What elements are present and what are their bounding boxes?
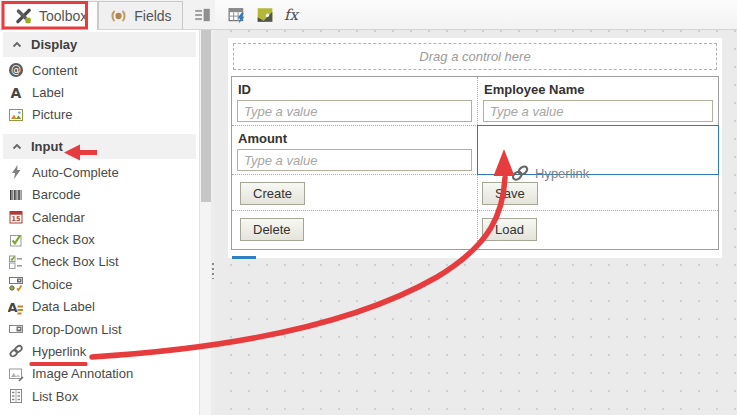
toolbox-item-drop-down-list[interactable]: Drop-Down List xyxy=(0,318,199,340)
hyperlink-ghost-label: Hyperlink xyxy=(535,166,589,181)
data-table-icon[interactable] xyxy=(228,6,246,24)
barcode-icon xyxy=(8,187,24,203)
check-box-list-icon xyxy=(8,254,24,270)
section-label: Input xyxy=(31,139,63,154)
cell-load: Load xyxy=(478,211,718,249)
label-icon: A xyxy=(8,85,24,101)
section-items-display: @ContentALabelPicture xyxy=(0,57,199,132)
top-bar: Toolbox Fields fx xyxy=(0,0,737,30)
toolbox-item-label: Auto-Complete xyxy=(32,165,119,180)
amount-field-label: Amount xyxy=(238,131,477,146)
toolbox-item-choice[interactable]: Choice xyxy=(0,273,199,295)
designer-toolbar: fx xyxy=(215,0,737,30)
toolbox-item-label: Content xyxy=(32,63,78,78)
form-row: Delete Load xyxy=(232,211,718,249)
svg-text:@: @ xyxy=(11,64,21,75)
drop-down-list-icon xyxy=(8,321,24,337)
id-field-label: ID xyxy=(238,82,477,97)
form-designer-app: { "tabs": [ { "id": "toolbox", "label": … xyxy=(0,0,737,415)
hyperlink-icon xyxy=(510,163,530,183)
hyperlink-drag-ghost: Hyperlink xyxy=(510,163,589,183)
hyperlink-icon xyxy=(8,343,24,359)
toolbox-item-label: List Box xyxy=(32,389,78,404)
section-header-display[interactable]: Display xyxy=(3,32,196,57)
form-surface: Drag a control here ID Employee Name Amo… xyxy=(228,38,722,258)
toolbox-item-label: Check Box List xyxy=(32,254,119,269)
toolbox-item-check-box-list[interactable]: Check Box List xyxy=(0,251,199,273)
calendar-icon: 15 xyxy=(8,209,24,225)
form-row: Amount Hyperlink xyxy=(232,126,718,175)
cell-id: ID xyxy=(232,77,478,125)
id-input[interactable] xyxy=(237,100,472,122)
toolbox-item-auto-complete[interactable]: Auto-Complete xyxy=(0,161,199,183)
svg-text:A: A xyxy=(11,85,22,101)
toolbox-item-data-label[interactable]: AData Label xyxy=(0,296,199,318)
cell-create: Create xyxy=(232,175,478,210)
tab-toolbox-label: Toolbox xyxy=(39,8,87,24)
section-items-input: Auto-CompleteBarcode15CalendarCheck BoxC… xyxy=(0,159,199,413)
load-button[interactable]: Load xyxy=(482,218,537,241)
tab-fields-label: Fields xyxy=(134,8,171,24)
choice-icon xyxy=(8,276,24,292)
delete-button[interactable]: Delete xyxy=(240,218,304,241)
form-row: ID Employee Name xyxy=(232,77,718,126)
cell-amount: Amount xyxy=(232,126,478,174)
chevron-up-icon xyxy=(11,141,23,153)
drop-zone[interactable]: Drag a control here xyxy=(233,43,717,70)
collapse-panel-button[interactable] xyxy=(187,0,218,29)
form-row: Create Save xyxy=(232,175,718,211)
selection-indicator xyxy=(232,256,256,259)
toolbox-item-list-box[interactable]: List Box xyxy=(0,385,199,407)
toolbox-item-label: Hyperlink xyxy=(32,344,86,359)
toolbox-item-label: Data Label xyxy=(32,299,95,314)
collapse-panel-icon xyxy=(193,6,212,24)
fields-icon xyxy=(109,7,128,25)
section-header-input[interactable]: Input xyxy=(3,134,196,159)
image-annotation-icon xyxy=(8,366,24,382)
toolbox-item-label: Picture xyxy=(32,107,72,122)
splitter-grip-icon xyxy=(212,263,214,279)
toolbox-item-barcode[interactable]: Barcode xyxy=(0,184,199,206)
employee-name-field-label: Employee Name xyxy=(484,82,718,97)
toolbox-item-label: Image Annotation xyxy=(32,366,133,381)
create-button[interactable]: Create xyxy=(240,182,305,205)
save-button[interactable]: Save xyxy=(482,182,538,205)
tab-fields[interactable]: Fields xyxy=(98,1,182,29)
toolbox-item-label: Check Box xyxy=(32,232,95,247)
employee-name-input[interactable] xyxy=(483,100,713,122)
sidebar-scrollbar[interactable] xyxy=(199,30,211,415)
toolbox-item-check-box[interactable]: Check Box xyxy=(0,228,199,250)
toolbox-panel: Display@ContentALabelPictureInputAuto-Co… xyxy=(0,30,199,415)
design-canvas[interactable]: Drag a control here ID Employee Name Amo… xyxy=(215,30,737,415)
toolbox-item-label: Barcode xyxy=(32,187,80,202)
hyperlink-drop-target[interactable]: Hyperlink xyxy=(477,125,719,175)
toolbox-item-hyperlink[interactable]: Hyperlink xyxy=(0,340,199,362)
panel-tabstrip: Toolbox Fields xyxy=(0,0,215,30)
tools-icon xyxy=(14,7,33,25)
tab-toolbox[interactable]: Toolbox xyxy=(3,1,98,30)
form-grid: ID Employee Name Amount xyxy=(231,76,719,250)
toolbox-item-calendar[interactable]: 15Calendar xyxy=(0,206,199,228)
cell-delete: Delete xyxy=(232,211,478,249)
check-box-icon xyxy=(8,232,24,248)
amount-input[interactable] xyxy=(237,149,472,171)
data-label-icon: A xyxy=(8,299,24,315)
toolbox-item-picture[interactable]: Picture xyxy=(0,104,199,126)
cell-drop-target: Hyperlink xyxy=(478,126,718,174)
formula-icon[interactable]: fx xyxy=(284,6,298,24)
toolbox-item-image-annotation[interactable]: Image Annotation xyxy=(0,363,199,385)
picture-icon xyxy=(8,107,24,123)
toolbox-item-label[interactable]: ALabel xyxy=(0,81,199,103)
auto-complete-icon xyxy=(8,164,24,180)
chevron-up-icon xyxy=(11,39,23,51)
list-box-icon xyxy=(8,388,24,404)
svg-text:A: A xyxy=(8,300,18,315)
sidebar-scrollbar-thumb[interactable] xyxy=(201,30,211,202)
cell-employee-name: Employee Name xyxy=(478,77,718,125)
theme-icon[interactable] xyxy=(256,6,274,24)
toolbox-item-label: Calendar xyxy=(32,210,85,225)
svg-text:15: 15 xyxy=(11,215,21,223)
toolbox-item-content[interactable]: @Content xyxy=(0,59,199,81)
toolbox-item-label: Drop-Down List xyxy=(32,322,122,337)
content-icon: @ xyxy=(8,62,24,78)
